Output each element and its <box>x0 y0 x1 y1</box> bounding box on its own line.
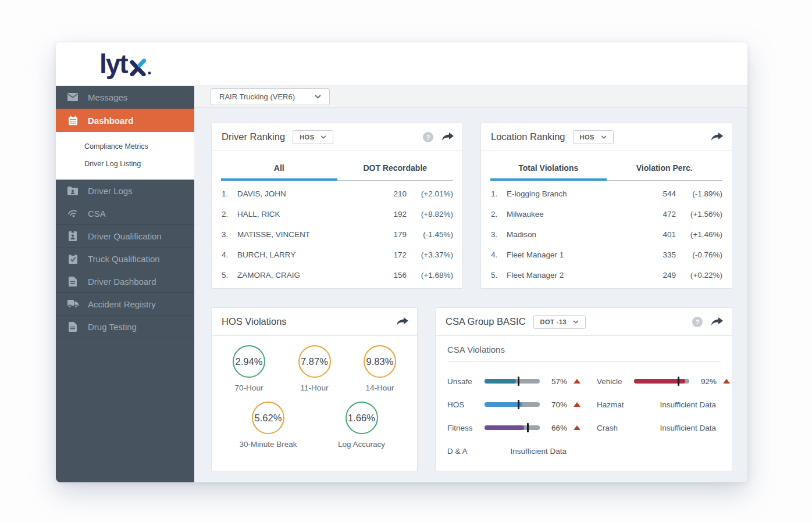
csa-metric-hos: HOS 70% <box>447 393 580 416</box>
sidebar-subitem-driver-log-listing[interactable]: Driver Log Listing <box>56 155 194 173</box>
truck-icon <box>67 300 79 308</box>
csa-bar <box>634 379 689 384</box>
table-row: 2. Milwaukee 472 (+1.56%) <box>491 204 722 224</box>
sidebar-item-messages[interactable]: Messages <box>56 86 194 109</box>
chevron-down-icon <box>320 135 326 139</box>
csa-metric-unsafe: Unsafe 57% <box>447 370 580 393</box>
table-row: 5. ZAMORA, CRAIG 156 (+1.68%) <box>222 265 453 285</box>
sidebar-item-truck-qualification[interactable]: Truck Qualification <box>56 248 194 270</box>
metric-circle: 7.87% <box>298 345 331 378</box>
driver-ranking-tabs: All DOT Recordable <box>221 151 453 181</box>
dashboard-submenu: Compliance Metrics Driver Log Listing <box>56 132 194 180</box>
table-row: 1. DAVIS, JOHN 210 (+2.01%) <box>222 184 453 204</box>
sidebar-item-label: Truck Qualification <box>88 254 160 264</box>
toolbar: RAIR Trucking (VER6) <box>194 86 747 108</box>
table-row: 3. MATISSE, VINCENT 179 (-1.45%) <box>222 224 453 245</box>
insufficient-data-text: Insufficient Data <box>634 400 730 409</box>
hos-metric-70-hour: 2.94% 70-Hour <box>221 345 277 392</box>
metric-circle: 2.94% <box>233 345 265 378</box>
sidebar-subitem-compliance-metrics[interactable]: Compliance Metrics <box>56 138 194 155</box>
table-row: 4. BURCH, LARRY 172 (+3.37%) <box>222 245 453 265</box>
threshold-marker <box>527 423 529 432</box>
csa-metric-d-and-a: D & A Insufficient Data <box>447 439 580 463</box>
csa-left-column: Unsafe 57% HOS 70% <box>447 370 580 463</box>
table-row: 5. Fleet Manager 2 249 (+0.22%) <box>491 265 722 285</box>
app-window: lyt . Messages <box>56 42 747 482</box>
share-forward-icon[interactable] <box>441 132 454 142</box>
sidebar-item-drug-testing[interactable]: Drug Testing <box>56 316 194 338</box>
chevron-down-icon <box>601 135 607 139</box>
metric-circle: 5.62% <box>252 402 284 434</box>
csa-violations-subtitle: CSA Violations <box>447 336 720 362</box>
sidebar-item-driver-dashboard[interactable]: Driver Dashboard <box>56 270 194 293</box>
location-ranking-title: Location Ranking <box>491 131 565 142</box>
share-forward-icon[interactable] <box>710 132 723 142</box>
driver-ranking-card: Driver Ranking HOS ? All DOT Reco <box>211 123 463 289</box>
sidebar-item-label: Drug Testing <box>88 322 137 332</box>
id-badge-icon <box>67 231 79 241</box>
account-selector[interactable]: RAIR Trucking (VER6) <box>211 88 330 105</box>
csa-bar <box>485 379 540 384</box>
table-row: 3. Madison 401 (+1.46%) <box>491 224 722 245</box>
share-forward-icon[interactable] <box>710 317 723 327</box>
hos-violations-body: 2.94% 70-Hour 7.87% 11-Hour 9.83% 14-Hou… <box>212 336 417 449</box>
sidebar-item-label: Dashboard <box>88 116 133 126</box>
csa-bar <box>485 425 540 430</box>
folder-user-icon <box>67 187 79 195</box>
calendar-icon <box>67 116 79 126</box>
csa-bar <box>485 402 540 407</box>
csa-group-basic-card: CSA Group BASIC DOT -13 ? CSA Violations <box>435 307 732 471</box>
driver-ranking-title: Driver Ranking <box>222 131 285 142</box>
logo: lyt . <box>56 51 194 77</box>
metric-circle: 9.83% <box>364 345 396 378</box>
table-row: 4. Fleet Manager 1 335 (-0.76%) <box>491 245 722 265</box>
app-header: lyt . <box>56 42 747 86</box>
account-selector-value: RAIR Trucking (VER6) <box>219 92 295 101</box>
sidebar-item-label: Accident Registry <box>88 299 156 309</box>
csa-group-title: CSA Group BASIC <box>446 316 526 327</box>
trend-up-icon <box>574 425 580 430</box>
clipboard-check-icon <box>67 254 79 264</box>
question-icon[interactable]: ? <box>423 132 433 142</box>
logo-text: lyt <box>99 51 127 77</box>
csa-metric-hazmat: Hazmat Insufficient Data <box>597 393 730 416</box>
tab-dot-recordable[interactable]: DOT Recordable <box>337 151 454 181</box>
table-row: 1. E-logging Branch 544 (-1.89%) <box>491 184 722 204</box>
insufficient-data-text: Insufficient Data <box>485 447 580 456</box>
share-forward-icon[interactable] <box>396 317 408 327</box>
location-ranking-tabs: Total Violations Violation Perc. <box>490 151 722 181</box>
tab-total-violations[interactable]: Total Violations <box>490 151 607 181</box>
sidebar-item-label: Messages <box>88 92 127 102</box>
sidebar-item-driver-qualification[interactable]: Driver Qualification <box>56 225 194 248</box>
sidebar-item-label: CSA <box>88 209 106 218</box>
table-row: 2. HALL, RICK 192 (+8.82%) <box>222 204 453 224</box>
question-icon[interactable]: ? <box>692 317 703 327</box>
csa-metric-vehicle: Vehicle 92% <box>597 370 730 393</box>
insufficient-data-text: Insufficient Data <box>634 424 730 432</box>
hos-metric-11-hour: 7.87% 11-Hour <box>287 345 343 392</box>
trend-up-icon <box>574 379 580 384</box>
location-ranking-list: 1. E-logging Branch 544 (-1.89%) 2. Milw… <box>481 181 732 285</box>
hos-metric-30-minute-break: 5.62% 30-Minute Break <box>239 402 297 449</box>
csa-group-filter[interactable]: DOT -13 <box>533 315 586 329</box>
threshold-marker <box>678 377 679 386</box>
driver-ranking-filter[interactable]: HOS <box>293 130 333 144</box>
hos-violations-title: HOS Violations <box>222 316 287 327</box>
tab-violation-perc[interactable]: Violation Perc. <box>607 151 723 181</box>
chevron-down-icon <box>315 95 321 99</box>
csa-metric-fitness: Fitness 66% <box>447 416 580 439</box>
sidebar-item-dashboard[interactable]: Dashboard <box>56 109 194 132</box>
sidebar-item-label: Driver Logs <box>88 186 133 196</box>
threshold-marker <box>518 400 519 409</box>
sidebar-item-accident-registry[interactable]: Accident Registry <box>56 293 194 316</box>
csa-metric-crash: Crash Insufficient Data <box>597 416 730 439</box>
tab-all[interactable]: All <box>221 151 337 181</box>
envelope-icon <box>67 93 79 101</box>
location-ranking-filter[interactable]: HOS <box>573 130 614 144</box>
sidebar-item-csa[interactable]: CSA <box>56 202 194 225</box>
trend-up-icon <box>723 379 730 384</box>
dashboard-content: Driver Ranking HOS ? All DOT Reco <box>194 108 747 482</box>
sidebar-item-label: Driver Dashboard <box>88 277 156 286</box>
sidebar: Messages Dashboard Compliance Metrics Dr… <box>56 86 194 482</box>
sidebar-item-driver-logs[interactable]: Driver Logs <box>56 180 194 202</box>
